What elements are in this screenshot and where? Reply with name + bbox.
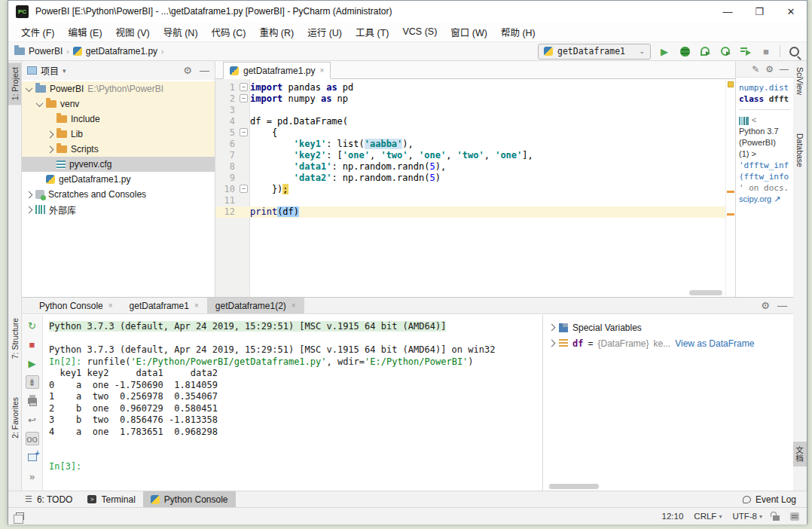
close-tab-icon[interactable]: × xyxy=(319,66,324,75)
text-segment: as xyxy=(321,93,331,104)
gear-icon[interactable]: ⚙ xyxy=(183,65,192,76)
menu-item[interactable]: 重构 (R) xyxy=(252,25,301,39)
search-everywhere-button[interactable] xyxy=(787,44,801,58)
tree-arrow-icon[interactable] xyxy=(47,145,54,153)
menu-item[interactable]: 文件 (F) xyxy=(14,25,61,39)
restart-console-icon[interactable]: ↻ xyxy=(26,319,39,332)
close-button[interactable]: ✕ xyxy=(775,1,807,22)
tool-window-button-terminal[interactable]: >Terminal xyxy=(80,491,142,507)
tool-stripe-button[interactable]: 2: Favorites xyxy=(8,393,21,443)
hide-panel-icon[interactable]: — xyxy=(200,65,209,76)
breadcrumb-file[interactable]: getDataframe1.py xyxy=(86,46,157,57)
hide-panel-icon[interactable]: — xyxy=(780,64,789,75)
menu-item[interactable]: 视图 (V) xyxy=(109,25,157,39)
console-tab[interactable]: Python Console× xyxy=(31,298,121,313)
console-output[interactable]: Python 3.7.3 (default, Apr 24 2019, 15:2… xyxy=(43,315,542,491)
tool-stripe-button[interactable]: 7: Structure xyxy=(8,313,21,363)
stop-icon[interactable]: ■ xyxy=(26,338,39,351)
breadcrumb-project[interactable]: PowerBI xyxy=(29,46,63,57)
special-variables-row[interactable]: Special Variables xyxy=(543,320,793,335)
tool-stripe-button[interactable]: SciView xyxy=(792,63,807,99)
tree-item[interactable]: Lib xyxy=(22,127,215,142)
debug-button[interactable] xyxy=(678,44,691,58)
run-configuration-select[interactable]: getDataframe1 ⌄ xyxy=(538,44,651,60)
tree-item[interactable]: 外部库 xyxy=(22,202,215,217)
editor-scroll-strip[interactable] xyxy=(725,79,735,297)
text-segment: 'dfftw_inf xyxy=(739,161,789,170)
show-variables-icon[interactable]: oo xyxy=(26,432,39,445)
project-panel-title[interactable]: 项目 xyxy=(41,64,59,77)
tool-stripe-button[interactable]: 文档 xyxy=(792,442,807,466)
fold-marker-icon[interactable] xyxy=(238,93,250,105)
resume-icon[interactable]: ▶ xyxy=(26,356,39,370)
console-tab[interactable]: getDataframe1× xyxy=(121,298,207,313)
doc-row: (PowerBI) xyxy=(739,137,790,148)
console-tab[interactable]: getDataframe1(2)× xyxy=(207,298,304,313)
scroll-to-end-icon[interactable]: ⇟ xyxy=(26,375,39,389)
tree-arrow-icon[interactable] xyxy=(26,206,33,213)
close-tab-icon[interactable]: × xyxy=(194,301,199,310)
tree-arrow-icon[interactable] xyxy=(26,84,33,92)
tool-stripe-button[interactable]: 1: Project xyxy=(8,63,21,105)
hide-panel-icon[interactable]: — xyxy=(777,300,787,311)
soft-wrap-icon[interactable]: ↩ xyxy=(26,413,39,427)
gear-icon[interactable]: ⚙ xyxy=(765,64,774,75)
editor-horizontal-scrollbar[interactable] xyxy=(250,290,725,296)
menu-item[interactable]: 工具 (T) xyxy=(349,25,395,39)
run-button[interactable]: ▶ xyxy=(658,44,671,58)
tree-arrow-icon[interactable] xyxy=(36,99,44,107)
menu-item[interactable]: 导航 (N) xyxy=(157,25,205,39)
code-editor[interactable]: 1import pandas as pd2import numpy as np3… xyxy=(215,79,735,297)
menu-item[interactable]: 帮助 (H) xyxy=(494,25,542,39)
tree-item[interactable]: Scratches and Consoles xyxy=(22,187,215,202)
hector-inspector-icon[interactable] xyxy=(790,512,799,521)
tree-item[interactable]: Include xyxy=(22,112,215,127)
variables-horizontal-scrollbar[interactable] xyxy=(549,484,599,489)
python-file-icon xyxy=(230,66,239,75)
tool-stripe-button[interactable]: Database xyxy=(792,129,807,172)
tree-item[interactable]: venv xyxy=(22,96,215,112)
run-with-button[interactable] xyxy=(739,44,752,58)
expand-arrow-icon[interactable] xyxy=(548,324,556,332)
maximize-button[interactable]: ❐ xyxy=(743,1,775,22)
tree-item[interactable]: pyvenv.cfg xyxy=(22,157,215,172)
tree-item[interactable]: getDataframe1.py xyxy=(22,172,215,187)
close-tab-icon[interactable]: × xyxy=(108,301,113,310)
menu-item[interactable]: 窗口 (W) xyxy=(444,25,494,39)
menu-item[interactable]: VCS (S) xyxy=(395,26,444,37)
text-segment: 4 a one 1.783651 0.968298 xyxy=(49,427,218,437)
menu-item[interactable]: 编辑 (E) xyxy=(61,25,108,39)
tree-item[interactable]: PowerBIE:\Python\PowerBI xyxy=(22,81,215,96)
new-console-icon[interactable] xyxy=(26,451,39,464)
tool-window-button-6-todo[interactable]: ☰6: TODO xyxy=(17,491,80,507)
fold-marker-icon[interactable] xyxy=(238,127,250,139)
variable-row-df[interactable]: df = {DataFrame} ke... View as DataFrame xyxy=(543,335,793,351)
menu-item[interactable]: 代码 (C) xyxy=(205,25,253,39)
tree-arrow-icon xyxy=(37,177,42,182)
lock-icon[interactable] xyxy=(773,515,780,521)
print-icon[interactable] xyxy=(26,394,39,408)
minimize-button[interactable]: — xyxy=(712,1,743,22)
fold-marker-icon[interactable] xyxy=(238,82,250,93)
code-line: 7 'key2': ['one', 'two', 'one', 'two', '… xyxy=(215,150,725,161)
tree-arrow-icon[interactable] xyxy=(47,130,54,138)
line-separator-widget[interactable]: CRLF▾ xyxy=(694,512,722,521)
tool-window-toggle-icon[interactable] xyxy=(16,512,24,520)
event-log-button[interactable]: Event Log xyxy=(756,494,796,505)
edit-icon[interactable]: ✎ xyxy=(752,64,759,75)
expand-arrow-icon[interactable] xyxy=(548,340,556,347)
view-as-dataframe-link[interactable]: View as DataFrame xyxy=(675,338,754,349)
menu-item[interactable]: 运行 (U) xyxy=(301,25,349,39)
editor-tab[interactable]: getDataframe1.py × xyxy=(223,62,331,79)
tree-item[interactable]: Scripts xyxy=(22,142,215,157)
more-icon[interactable]: » xyxy=(26,469,39,483)
cursor-position[interactable]: 12:10 xyxy=(662,512,684,521)
tree-arrow-icon[interactable] xyxy=(26,191,33,198)
close-tab-icon[interactable]: × xyxy=(292,301,296,310)
fold-marker-icon[interactable] xyxy=(238,184,250,195)
profiler-button[interactable] xyxy=(698,44,712,58)
gear-icon[interactable]: ⚙ xyxy=(761,300,770,311)
tool-window-button-python-console[interactable]: Python Console xyxy=(143,491,236,507)
coverage-button[interactable] xyxy=(719,44,732,58)
encoding-widget[interactable]: UTF-8▾ xyxy=(732,512,762,521)
